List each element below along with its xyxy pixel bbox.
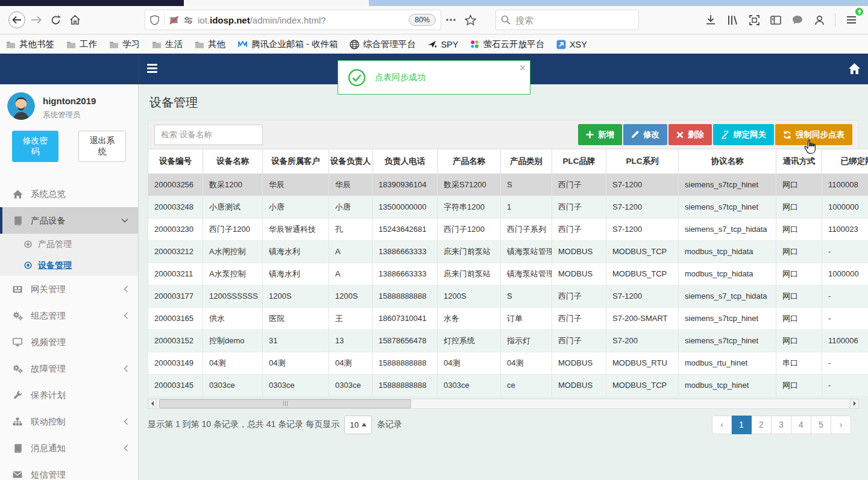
table-cell: 孔 [329,218,373,240]
folder-icon [152,40,162,49]
table-row[interactable]: 200003248小唐测试小唐小唐13500000000字符串12001西门子S… [148,196,868,218]
table-row[interactable]: 200003230西门子1200华辰智通科技孔15243642681西门子120… [148,218,868,240]
sidebar-subitem[interactable]: 设备管理 [0,255,138,276]
reload-button[interactable] [46,10,65,30]
scrollbar-track[interactable] [157,399,850,409]
downloads-button[interactable] [701,10,720,30]
bookmark-item[interactable]: 其他书签 [6,39,54,50]
pagination-page[interactable]: 1 [732,416,752,434]
image-blocked-icon[interactable] [169,16,179,25]
column-header[interactable]: PLC系列 [606,149,679,173]
bookmark-item[interactable]: 生活 [152,39,183,50]
page-size-select[interactable]: 10 [344,416,372,434]
bookmark-item[interactable]: 腾讯企业邮箱 - 收件箱 [237,39,338,50]
scroll-left-button[interactable] [148,399,157,409]
table-row[interactable]: 200003152控制demo311315878656478灯控系统指示灯西门子… [148,329,868,352]
sidebar-item[interactable]: 保养计划 [0,382,138,408]
action-button-x[interactable]: 删除 [668,124,712,145]
table-cell: 200003165 [148,307,203,329]
screenshot-button[interactable] [744,10,764,30]
sidebar-item[interactable]: 联动控制 [0,408,138,435]
sidebar-subitem[interactable]: 产品管理 [0,234,138,255]
sidebar-item[interactable]: 故障管理 [0,355,138,382]
table-row[interactable]: 200003256数采1200华辰华辰18390936104数采S71200S西… [148,173,868,196]
column-header[interactable]: PLC品牌 [552,149,606,173]
sidebar-item[interactable]: 产品设备 [0,207,138,234]
sidebar-item-label: 短信管理 [31,469,66,480]
pagination-next[interactable]: › [831,416,851,434]
table-cell: 15243642681 [373,218,438,240]
sidebar-icon [770,16,781,25]
toast-close-button[interactable]: × [520,62,526,74]
app-menu-button[interactable] [841,10,861,30]
bookmark-item[interactable]: SPY [427,40,458,49]
table-row[interactable]: 200003165供水医院王18607310041水务订单西门子S7-200-S… [148,307,868,329]
browser-search-input[interactable] [515,15,606,25]
column-header[interactable]: 设备名称 [203,149,263,173]
table-cell: siemens_s7tcp_hinet [679,307,776,329]
pagination-page[interactable]: 2 [752,416,772,434]
pagination-page[interactable]: 4 [791,416,811,434]
bookmark-item[interactable]: 工作 [66,39,97,50]
bookmark-star-button[interactable] [461,10,480,30]
table-row[interactable]: 200003211A水泵控制镇海水利A13886663333庶来门前泵站镇海泵站… [148,263,868,285]
zoom-badge[interactable]: 80% [409,14,436,26]
bookmark-item[interactable]: 综合管理平台 [350,39,415,50]
table-row[interactable]: 2000031771200SSSSSS1200S1200S15888888888… [148,285,868,307]
library-button[interactable] [723,10,742,30]
account-button[interactable] [810,10,829,30]
forward-button[interactable] [27,10,46,30]
table-cell: MODBUS [552,240,606,263]
column-header[interactable]: 协议名称 [679,149,776,173]
url-bar[interactable]: iot.idosp.net/admin/index.html? 80% [145,10,441,30]
bookmark-item[interactable]: XSY [556,40,587,49]
action-button-pencil[interactable]: 修改 [623,124,667,145]
column-header[interactable]: 设备负责人 [329,149,373,173]
column-header[interactable]: 负责人电话 [373,149,438,173]
table-row[interactable]: 200003212A水闸控制镇海水利A13886663333庶来门前泵站镇海泵站… [148,240,868,263]
action-button-plus[interactable]: 新增 [578,124,622,145]
sidebar-item[interactable]: 短信管理 [0,461,138,480]
table-row[interactable]: 20000314904测04测04测1588888888804测04测MODBU… [148,352,868,374]
column-header[interactable]: 产品名称 [438,149,501,173]
table-cell: 1200SSSSSS [203,285,263,307]
sidebar-item[interactable]: 组态管理 [0,302,138,329]
pagination-page[interactable]: 5 [811,416,831,434]
permissions-icon[interactable] [184,16,193,24]
sidebar-item[interactable]: 系统总览 [0,181,138,207]
scrollbar-thumb[interactable] [159,399,411,408]
pagination-page[interactable]: 3 [772,416,791,434]
browser-search-box[interactable] [495,10,639,30]
table-cell: 31 [263,329,329,352]
app-home-button[interactable] [848,63,861,75]
browser-home-button[interactable] [65,10,84,30]
table-row[interactable]: 2000031450303ce0303ce0303ce1588888888803… [148,374,868,396]
column-header[interactable]: 设备所属客户 [263,149,329,173]
horizontal-scrollbar[interactable] [148,399,859,409]
table-cell: 18390936104 [373,173,438,196]
bookmark-item[interactable]: 学习 [109,39,140,50]
change-password-button[interactable]: 修改密码 [12,131,58,162]
url-text[interactable]: iot.idosp.net/admin/index.html? [198,15,404,25]
sidebar-toggle-button[interactable] [147,64,157,73]
pagination-prev[interactable]: ‹ [712,416,732,434]
sidebars-button[interactable] [766,10,785,30]
back-button[interactable] [7,10,27,30]
sidebar-item[interactable]: 消息通知 [0,435,138,461]
messages-button[interactable] [788,10,807,30]
scroll-right-button[interactable] [850,399,859,409]
page-actions-button[interactable] [441,10,461,30]
action-button-link[interactable]: 绑定网关 [713,124,774,145]
sidebar-item[interactable]: 视频管理 [0,329,138,355]
bookmark-item[interactable]: 萤石云开放平台 [470,39,544,50]
column-header[interactable]: 设备编号 [148,149,203,173]
logout-button[interactable]: 退出系统 [78,131,126,162]
table-cell: S [501,173,552,196]
sidebar-item[interactable]: 网关管理 [0,276,138,302]
column-header[interactable]: 产品类别 [501,149,552,173]
table-cell: 1200S [263,285,329,307]
column-header[interactable]: 已绑定网关 [822,149,868,173]
shield-icon[interactable] [150,15,159,25]
bookmark-item[interactable]: 其他 [195,39,225,50]
device-search-input[interactable] [154,125,263,145]
